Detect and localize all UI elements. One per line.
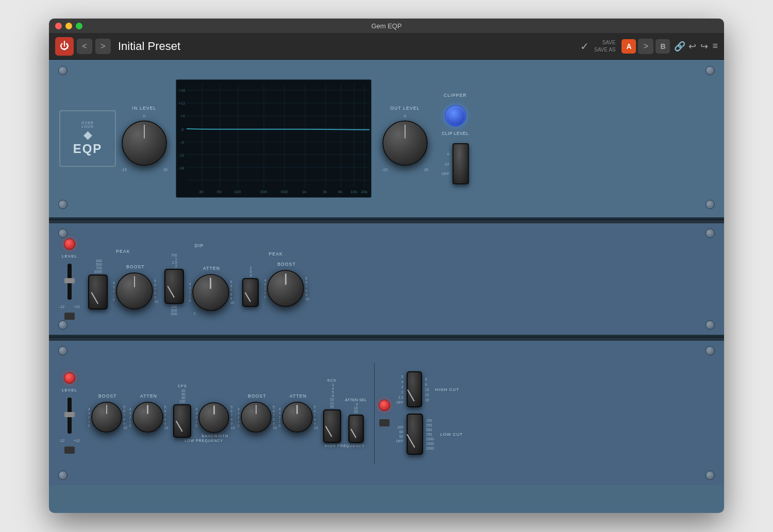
peak-left-freq-knob[interactable] xyxy=(88,274,108,310)
save-label[interactable]: SAVE xyxy=(602,39,616,46)
peak-left-boost-knob[interactable] xyxy=(116,272,153,310)
lf-boost-scale-l: 43210 xyxy=(88,407,90,427)
cps-label: CPS xyxy=(178,384,187,388)
brand-logo: OVER LOUD ◆ EQP xyxy=(59,110,116,167)
menu-button[interactable]: ≡ xyxy=(712,41,718,52)
link-icon[interactable]: 🔗 xyxy=(674,41,685,52)
dip-atten-knob[interactable] xyxy=(192,274,229,311)
ab-b-button[interactable]: B xyxy=(656,39,670,54)
kcs-label: KCS xyxy=(327,379,336,382)
screw-br xyxy=(705,200,715,209)
toolbar: ⏻ < > Initial Preset ✓ SAVE SAVE AS A > … xyxy=(49,33,724,60)
mid-led-button[interactable] xyxy=(64,238,75,250)
preset-name[interactable]: Initial Preset xyxy=(118,40,571,53)
peak-left-section: PEAK 3005007001000 BOOST 43 xyxy=(88,249,158,310)
prev-preset-button[interactable]: < xyxy=(77,39,92,54)
mid-level-fader-track xyxy=(68,264,72,300)
atten-mid-label: ATTEN xyxy=(203,266,220,271)
high-freq-knob[interactable] xyxy=(323,409,341,443)
low-freq-scale: 203060100 xyxy=(179,389,186,403)
bot-right-toggle-button[interactable] xyxy=(379,419,390,426)
maximize-button[interactable] xyxy=(76,23,82,29)
lf-atten-scale-l: 43210 xyxy=(129,407,131,427)
atten-mid-scale-r: 5678910 xyxy=(230,280,234,304)
clip-scale-off: OFF xyxy=(442,171,449,176)
lf-atten-scale-wrap: 43210 5678910 xyxy=(129,402,169,433)
lf-freq-section: CPS 203060100 43210 xyxy=(173,384,234,442)
dip-freq-scale-b: 200300500 xyxy=(171,305,177,316)
mid-level-label: LEVEL xyxy=(62,254,77,259)
hf-boost-scale-wrap: 43210 5678910 xyxy=(238,402,277,433)
chevron-left-icon: < xyxy=(82,42,87,51)
bandwidth-scale-r: 5678910 xyxy=(230,405,234,430)
next-preset-button[interactable]: > xyxy=(95,39,111,54)
lf-atten-knob[interactable] xyxy=(132,402,163,433)
low-cut-scale-r: 150250500750100015002000 xyxy=(426,419,434,450)
svg-text:-6: -6 xyxy=(180,140,184,145)
in-level-knob[interactable] xyxy=(122,121,167,166)
mid-toggle-button[interactable] xyxy=(64,313,75,320)
bandwidth-scale-l: 43210 xyxy=(195,407,197,427)
undo-button[interactable]: ↩ xyxy=(688,41,696,52)
lf-boost-knob[interactable] xyxy=(91,402,122,433)
out-level-knob[interactable] xyxy=(382,121,428,166)
low-freq-knob[interactable] xyxy=(173,404,191,438)
dip-bottom-scale: 7 xyxy=(194,312,230,316)
redo-button[interactable]: ↪ xyxy=(700,41,708,52)
low-cut-row: 1008050OFF 150250500750100015002000 LOW … xyxy=(396,414,463,455)
peak-right-freq-knob[interactable] xyxy=(242,278,259,307)
out-level-label: OUT LEVEL xyxy=(390,106,419,111)
boost-left-scale-wrap: 43210 5678910 xyxy=(113,272,158,310)
save-as-label[interactable]: SAVE AS xyxy=(594,46,616,54)
atten-lf-label: ATTEN xyxy=(140,393,157,399)
high-cut-knob[interactable] xyxy=(407,371,422,407)
toolbar-right: ↩ ↪ ≡ xyxy=(688,41,718,52)
peak-left-freq-group: 3005007001000 xyxy=(88,259,108,310)
bot-toggle-button[interactable] xyxy=(64,447,75,454)
bot-right-led-section xyxy=(379,400,390,426)
dip-freq-scale: 70011.52 xyxy=(171,253,177,268)
lf-boost-scale-r: 5678910 xyxy=(123,405,127,430)
atten-hf-label: ATTEN xyxy=(290,393,307,399)
minimize-button[interactable] xyxy=(65,23,72,29)
dip-freq-knob[interactable] xyxy=(164,269,184,304)
clip-level-knob[interactable] xyxy=(452,143,469,184)
in-level-center: 0 xyxy=(143,114,145,118)
bot-level-fader-thumb[interactable] xyxy=(64,412,75,417)
logo-diamond-icon: ◆ xyxy=(83,128,92,142)
confirm-icon[interactable]: ✓ xyxy=(580,40,589,53)
bandwidth-knob[interactable] xyxy=(198,402,229,433)
low-cut-knob[interactable] xyxy=(407,414,423,455)
ab-arrow-button[interactable]: > xyxy=(638,39,653,54)
peak-right-knobs: 234 BOOST 43210 5678910 xyxy=(242,262,309,307)
clip-scale-12: -12 xyxy=(444,162,449,166)
atten-sel-knob[interactable] xyxy=(348,415,364,443)
mid-level-min: -12 xyxy=(59,305,64,308)
bot-level-scale: -12 +12 xyxy=(59,439,80,442)
bot-section: LEVEL -12 +12 BOOST 43210 xyxy=(49,341,724,485)
hf-boost-knob[interactable] xyxy=(241,402,272,433)
out-level-min: -15 xyxy=(382,167,388,172)
bot-right-led-button[interactable] xyxy=(379,400,390,411)
peak-right-freq-group: 234 xyxy=(242,266,259,307)
bot-led-button[interactable] xyxy=(64,372,75,384)
peak-right-boost-knob[interactable] xyxy=(267,270,304,307)
boost-hf-label: BOOST xyxy=(248,393,266,399)
lf-boost-scale-wrap: 43210 5678910 xyxy=(88,402,127,433)
svg-text:30: 30 xyxy=(199,190,204,194)
hf-atten-knob[interactable] xyxy=(282,402,313,433)
bot-level-max: +12 xyxy=(74,439,80,442)
close-button[interactable] xyxy=(55,23,62,29)
clipper-button[interactable] xyxy=(445,105,466,127)
mid-level-fader-thumb[interactable] xyxy=(64,278,75,283)
title-bar: Gem EQP xyxy=(49,19,724,33)
screw-bl xyxy=(58,200,68,209)
logo-eqp-text: EQP xyxy=(73,142,103,156)
svg-text:+18: +18 xyxy=(178,88,186,93)
lf-atten-section: ATTEN 43210 5678910 xyxy=(129,393,169,433)
in-level-min: -15 xyxy=(121,167,127,172)
atten-mid-scale-wrap: 43210 5678910 xyxy=(189,274,234,311)
ab-a-button[interactable]: A xyxy=(621,39,636,54)
high-freq-group: KCS 3458101216 xyxy=(323,379,341,443)
power-button[interactable]: ⏻ xyxy=(55,37,74,56)
